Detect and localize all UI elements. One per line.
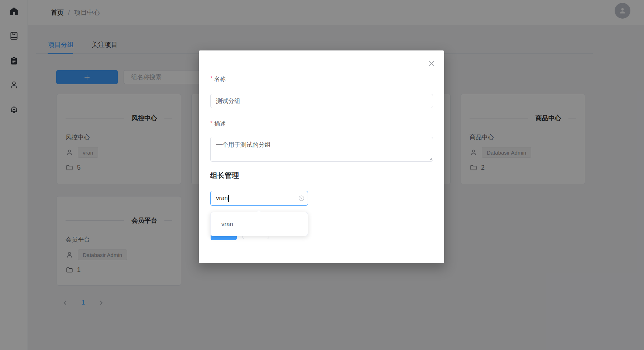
- name-field[interactable]: 测试分组: [210, 94, 433, 108]
- required-marker: *: [210, 120, 212, 128]
- text-cursor: [228, 195, 229, 202]
- leader-option-vran[interactable]: vran: [211, 212, 308, 237]
- close-icon[interactable]: [428, 60, 434, 67]
- leader-suggestion-dropdown: vran: [210, 212, 308, 236]
- name-field-value: 测试分组: [216, 97, 240, 105]
- leader-search-value: vran: [216, 195, 228, 202]
- name-field-label: * 名称: [210, 76, 226, 83]
- required-marker: *: [210, 76, 212, 83]
- leader-search-input[interactable]: vran: [210, 191, 308, 206]
- edit-group-dialog: * 名称 测试分组 * 描述 一个用于测试的分组 组长管理 vran vran: [199, 50, 444, 263]
- description-field-label: * 描述: [210, 120, 226, 128]
- app-window: 首页 / 项目中心 项目分组 关注项目 风控中心 风控中心: [0, 0, 644, 350]
- description-field-value: 一个用于测试的分组: [216, 141, 271, 148]
- clear-input-icon[interactable]: [298, 195, 304, 201]
- description-field[interactable]: 一个用于测试的分组: [210, 137, 433, 162]
- textarea-resize-handle[interactable]: [429, 158, 432, 160]
- leader-management-title: 组长管理: [210, 171, 239, 180]
